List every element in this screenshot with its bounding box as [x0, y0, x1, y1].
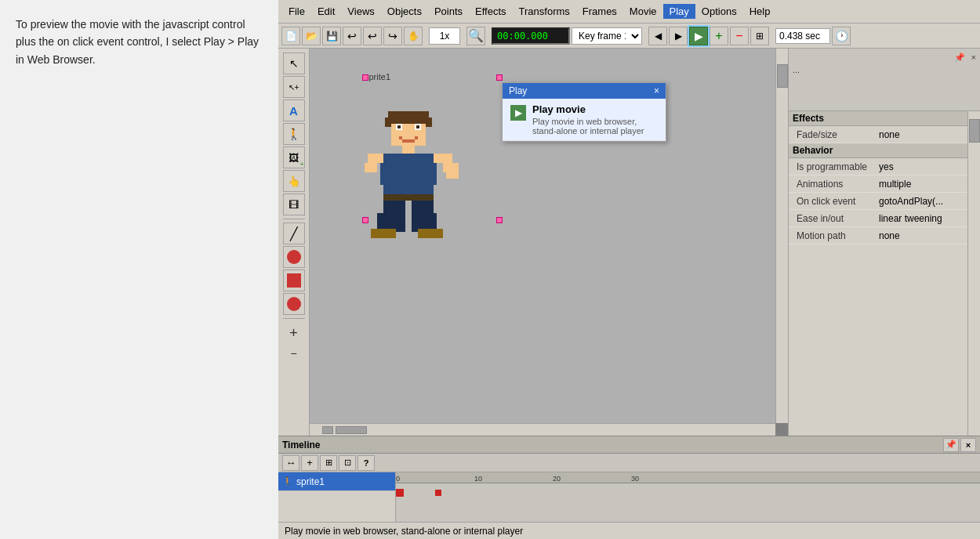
tl-grid-tool[interactable]: ⊞ — [320, 455, 337, 471]
play-movie-item[interactable]: ▶ Play movie Play movie in web browser, … — [503, 99, 666, 141]
next-frame-button[interactable]: ▶ — [669, 27, 688, 45]
svg-rect-17 — [434, 154, 452, 163]
close-panel-button[interactable]: × — [971, 52, 976, 62]
statusbar: Play movie in web browser, stand-alone o… — [278, 522, 980, 539]
ease-inout-value: linear tweening — [879, 213, 976, 224]
handle-tr[interactable] — [496, 74, 503, 81]
tl-help-tool[interactable]: ? — [358, 455, 375, 471]
menu-points[interactable]: Points — [428, 4, 469, 19]
status-text: Play movie in web browser, stand-alone o… — [285, 526, 523, 537]
select-tool[interactable]: ↖ — [283, 52, 305, 74]
menu-play[interactable]: Play — [663, 4, 695, 19]
prev-frame-button[interactable]: ◀ — [648, 27, 667, 45]
animations-row: Animations multiple — [789, 175, 980, 193]
person-tool[interactable]: 🚶 — [283, 123, 305, 145]
effects-section-header[interactable]: Effects — [789, 111, 980, 126]
keyframe-select[interactable]: Key frame 1 — [572, 27, 642, 45]
vertical-scrollbar[interactable] — [775, 49, 788, 423]
hand-tool[interactable]: 👆 — [283, 170, 305, 192]
line-tool[interactable]: ╱ — [283, 222, 305, 244]
export-button[interactable]: ⊞ — [750, 27, 769, 45]
duration-display: 0.438 sec — [775, 28, 830, 44]
film-tool[interactable]: 🎞 — [283, 194, 305, 215]
circle-red-tool[interactable] — [283, 246, 305, 268]
menu-edit[interactable]: Edit — [311, 4, 341, 19]
menubar: File Edit Views Objects Points Effects T… — [278, 0, 980, 24]
motion-path-label: Motion path — [793, 230, 879, 241]
layer-icon: 🚶 — [282, 476, 293, 487]
svg-rect-26 — [383, 194, 434, 201]
square-red-tool[interactable] — [283, 270, 305, 291]
remove-layer-button[interactable]: − — [283, 345, 305, 361]
pin-button[interactable]: 📌 — [954, 52, 965, 62]
animations-value: multiple — [879, 179, 976, 190]
h-scroll-thumb[interactable] — [336, 426, 367, 434]
menu-objects[interactable]: Objects — [381, 4, 428, 19]
timeline-area: Timeline 📌 × ↔ + ⊞ ⊡ ? 🚶 sprite1 — [278, 436, 980, 522]
fade-size-label: Fade/size — [793, 129, 879, 140]
is-programmable-row: Is programmable yes — [789, 158, 980, 175]
play-movie-title: Play movie — [532, 103, 658, 115]
motion-path-value: none — [879, 230, 976, 241]
svg-rect-8 — [399, 136, 402, 139]
svg-rect-24 — [371, 229, 396, 238]
svg-rect-11 — [402, 146, 415, 154]
keyframe-start[interactable] — [396, 489, 404, 497]
on-click-event-value: gotoAndPlay(... — [879, 196, 976, 207]
menu-effects[interactable]: Effects — [469, 4, 513, 19]
svg-rect-16 — [365, 163, 377, 172]
dropdown-play-icon: ▶ — [510, 105, 526, 121]
dropdown-title: Play — [509, 85, 527, 96]
zoom-in-button[interactable]: 🔍 — [466, 27, 485, 45]
dropdown-close-button[interactable]: × — [654, 85, 659, 96]
svg-rect-1 — [388, 111, 429, 124]
keyframe-5[interactable] — [435, 490, 441, 496]
menu-views[interactable]: Views — [341, 4, 380, 19]
menu-frames[interactable]: Frames — [576, 4, 623, 19]
open-button[interactable]: 📂 — [302, 27, 321, 45]
instruction-text: To preview the movie with the javascript… — [16, 16, 263, 68]
undo2-button[interactable]: ↩ — [363, 27, 382, 45]
new-button[interactable]: 📄 — [281, 27, 300, 45]
properties-panel: Effects Fade/size none Behavior Is progr… — [789, 111, 980, 436]
menu-help[interactable]: Help — [743, 4, 777, 19]
right-panel: 📌 × ... Effects Fade/size none Behavior — [788, 49, 980, 436]
properties-header: 📌 × ... — [789, 49, 980, 111]
timeline-toolbar: ↔ + ⊞ ⊡ ? — [278, 454, 980, 472]
app-area: File Edit Views Objects Points Effects T… — [278, 0, 980, 539]
pan-button[interactable]: ✋ — [404, 27, 423, 45]
circle-red2-tool[interactable] — [283, 293, 305, 315]
add-frame-button[interactable]: + — [710, 27, 728, 45]
play-dropdown: Play × ▶ Play movie Play movie in web br… — [502, 82, 666, 142]
menu-transforms[interactable]: Transforms — [513, 4, 576, 19]
sprite-character — [349, 111, 466, 268]
tl-plus-tool[interactable]: + — [301, 455, 318, 471]
image-tool[interactable]: 🖼+ — [283, 147, 305, 168]
tl-pin-button[interactable]: 📌 — [943, 438, 959, 452]
undo-button[interactable]: ↩ — [343, 27, 361, 45]
select2-tool[interactable]: ↖+ — [283, 76, 305, 98]
svg-rect-12 — [383, 154, 434, 197]
menu-movie[interactable]: Movie — [623, 4, 663, 19]
timecode-display: 00:00.000 — [492, 27, 570, 45]
tl-frame-tool[interactable]: ⊡ — [339, 455, 356, 471]
clock-button[interactable]: 🕐 — [832, 27, 851, 45]
tl-close-button[interactable]: × — [960, 438, 976, 452]
menu-file[interactable]: File — [282, 4, 311, 19]
add-layer-button[interactable]: + — [283, 322, 305, 344]
layer-sprite1[interactable]: 🚶 sprite1 — [278, 472, 395, 491]
handle-br[interactable] — [496, 217, 503, 223]
horizontal-scrollbar[interactable] — [310, 423, 775, 436]
remove-frame-button[interactable]: − — [730, 27, 749, 45]
timeline-layers: 🚶 sprite1 — [278, 472, 396, 522]
behavior-section-header[interactable]: Behavior — [789, 143, 980, 158]
text-tool[interactable]: A — [283, 99, 305, 121]
redo-button[interactable]: ↪ — [383, 27, 402, 45]
tl-add-frame-tool[interactable]: ↔ — [282, 455, 299, 471]
menu-options[interactable]: Options — [695, 4, 743, 19]
handle-tl[interactable] — [362, 74, 368, 81]
right-panel-scrollbar[interactable] — [967, 111, 980, 436]
play-button[interactable]: ▶ — [689, 27, 708, 45]
zoom-input[interactable]: 1x — [429, 27, 460, 45]
save-button[interactable]: 💾 — [322, 27, 341, 45]
